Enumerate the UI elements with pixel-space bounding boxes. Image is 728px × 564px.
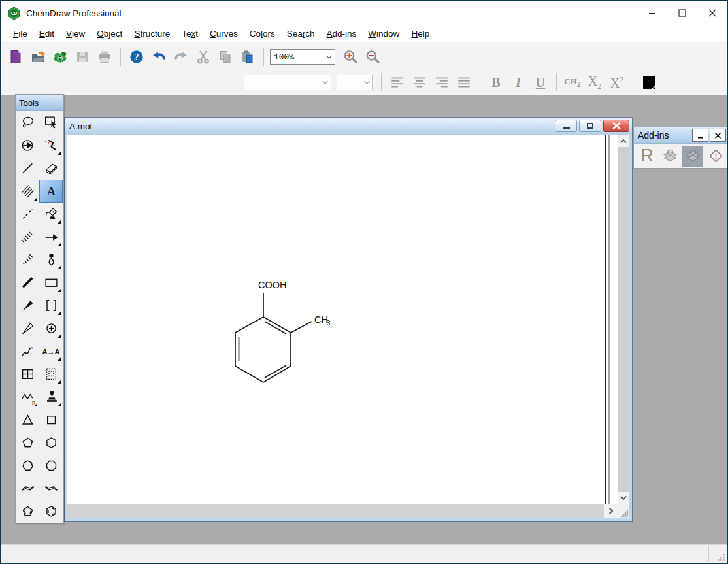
open-cloud-button[interactable]: CD [50, 46, 71, 67]
app-titlebar[interactable]: CD ChemDraw Professional [1, 1, 727, 25]
dashed-bond-tool[interactable] [16, 203, 39, 225]
benzene-ring-bonds[interactable] [235, 293, 312, 382]
horizontal-scrollbar[interactable] [67, 504, 618, 518]
menu-edit[interactable]: Edit [33, 25, 60, 42]
copy-button [215, 46, 236, 67]
document-maximize-button[interactable] [579, 120, 601, 132]
pen-icon [44, 207, 59, 222]
cycloheptane-ring-tool[interactable] [16, 454, 39, 477]
undo-button[interactable] [148, 46, 169, 67]
wavy-bond-tool[interactable] [16, 340, 39, 363]
drawing-canvas[interactable]: COOH CH 3 [67, 135, 618, 504]
multiple-tool-tool[interactable] [39, 134, 63, 157]
menu-window[interactable]: Window [362, 25, 405, 42]
menu-add-ins[interactable]: Add-ins [321, 25, 363, 42]
bold-bond-tool[interactable] [16, 271, 39, 294]
document-close-button[interactable] [603, 120, 629, 132]
hazard-warning-addin-button[interactable]: ! [705, 146, 726, 167]
template-stamp-tool[interactable] [39, 386, 63, 408]
polymer-repeat-tool[interactable]: n [16, 386, 39, 408]
zoom-in-button[interactable] [340, 46, 361, 67]
scroll-right-button[interactable] [604, 504, 618, 518]
new-document-button[interactable] [5, 46, 26, 67]
menu-object[interactable]: Object [91, 25, 128, 42]
document-resize-grip[interactable] [618, 504, 629, 518]
hazard-warning-addin-icon: ! [707, 147, 725, 165]
menu-help[interactable]: Help [405, 25, 435, 42]
chevron-down-icon[interactable] [323, 50, 335, 64]
window-resize-grip[interactable] [717, 553, 725, 561]
atom-replace-tool[interactable]: A→A [39, 340, 63, 363]
rotate-icon [20, 138, 35, 153]
tools-palette-titlebar[interactable]: Tools [16, 95, 63, 111]
align-right-icon [434, 75, 450, 90]
toolbar-separator [120, 48, 121, 66]
benzene-ring-tool[interactable] [39, 500, 63, 523]
pen-tool[interactable] [39, 203, 63, 225]
molecule-structure[interactable]: COOH CH 3 [227, 276, 358, 397]
scroll-down-button[interactable] [618, 492, 629, 504]
help-button[interactable]: ? [126, 46, 147, 67]
cyclooctane-ring-tool[interactable] [39, 454, 63, 477]
open-file-icon [30, 49, 46, 65]
menu-structure[interactable]: Structure [128, 25, 176, 42]
orbital-tool[interactable] [39, 248, 63, 271]
solid-bond-tool[interactable] [16, 157, 39, 180]
hashed-bond-tool[interactable] [16, 225, 39, 248]
multiple-bond-tool[interactable] [16, 180, 39, 203]
cyclohexane-ring-tool[interactable] [39, 431, 63, 454]
menu-file[interactable]: File [7, 25, 33, 42]
cyclopropane-ring-tool[interactable] [16, 408, 39, 431]
zoom-out-button[interactable] [362, 46, 383, 67]
cyclopentane-ring-tool[interactable] [16, 431, 39, 454]
cyclopentadiene-ring-tool[interactable] [16, 500, 39, 523]
structure-templates-addin-active-button[interactable] [682, 146, 703, 167]
document-minimize-button[interactable] [555, 120, 577, 132]
font-size-combobox [337, 75, 373, 90]
marquee-tool[interactable] [39, 111, 63, 134]
r-group-addin-button[interactable]: R [637, 146, 657, 167]
periodic-window-tool[interactable] [39, 363, 63, 386]
menu-curves[interactable]: Curves [204, 25, 244, 42]
addins-palette-titlebar[interactable]: Add-ins [634, 127, 727, 144]
solid-bond-icon [20, 161, 35, 176]
menu-text[interactable]: Text [176, 25, 204, 42]
addins-palette: Add-ins R! [633, 127, 728, 169]
document-titlebar[interactable]: A.mol [65, 118, 632, 135]
cooh-label[interactable]: COOH [258, 280, 287, 290]
toolbar-separator [263, 48, 264, 66]
menu-search[interactable]: Search [281, 25, 321, 42]
paste-button[interactable] [237, 46, 258, 67]
zoom-level-combobox[interactable]: 100% [270, 49, 335, 65]
maximize-button[interactable] [667, 1, 697, 25]
menu-view[interactable]: View [60, 25, 91, 42]
chair-cyclohexane-left-tool[interactable] [16, 477, 39, 500]
charge-tool[interactable] [39, 317, 63, 340]
addins-minimize-button[interactable] [692, 129, 708, 142]
close-button[interactable] [697, 1, 727, 25]
wedge-bond-tool[interactable] [16, 294, 39, 317]
scroll-up-button[interactable] [618, 135, 629, 147]
chair-cyclohexane-right-tool[interactable] [39, 477, 63, 500]
lasso-tool[interactable] [16, 111, 39, 134]
app-logo-icon: CD [7, 7, 21, 20]
menu-colors[interactable]: Colors [244, 25, 281, 42]
vertical-scrollbar[interactable] [618, 135, 629, 504]
eraser-tool[interactable] [39, 157, 63, 180]
text-tool[interactable]: A [39, 180, 63, 203]
bracket-tool[interactable] [39, 294, 63, 317]
hashed-wedge-bond-tool[interactable] [16, 248, 39, 271]
structure-templates-addin-button[interactable] [659, 146, 680, 167]
table-tool[interactable] [16, 363, 39, 386]
rotate-tool[interactable] [16, 134, 39, 157]
cyclobutane-ring-tool[interactable] [39, 408, 63, 431]
italic-label: I [516, 76, 521, 89]
hollow-wedge-bond-tool[interactable] [16, 317, 39, 340]
arrow-tool[interactable] [39, 225, 63, 248]
minimize-button[interactable] [637, 1, 667, 25]
open-file-button[interactable] [27, 46, 48, 67]
addins-close-button[interactable] [710, 129, 726, 142]
chevron-down-icon [319, 75, 331, 90]
print-button [94, 46, 115, 67]
rectangle-tool[interactable] [39, 271, 63, 294]
